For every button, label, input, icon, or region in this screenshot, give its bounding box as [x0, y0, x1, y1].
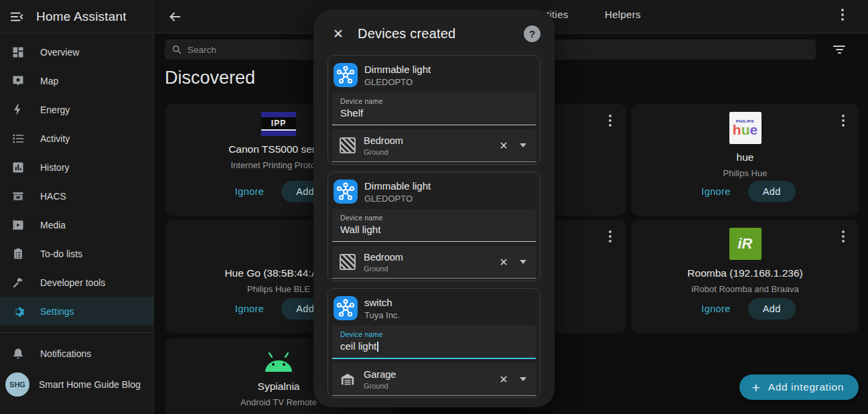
sidebar-item-label: Notifications	[40, 348, 91, 359]
card-menu-icon[interactable]	[837, 229, 850, 244]
ignore-button[interactable]: Ignore	[228, 299, 271, 318]
card-subtitle: iRobot Roomba and Braava	[691, 284, 798, 294]
sidebar-nav: Overview Map Energy Activity History HAC…	[0, 33, 153, 326]
card-menu-icon[interactable]	[603, 229, 617, 244]
sidebar-item-map[interactable]: Map	[0, 66, 153, 95]
clear-area-icon[interactable]: ✕	[496, 139, 512, 152]
help-icon[interactable]: ?	[524, 25, 540, 42]
add-integration-label: Add integration	[768, 381, 844, 393]
device-name-field[interactable]: Device name ceil light	[332, 326, 536, 359]
add-button[interactable]: Add	[748, 181, 796, 202]
philips-hue-logo: PHILIPS hue	[729, 112, 762, 144]
add-integration-button[interactable]: + Add integration	[739, 374, 859, 400]
menu-toggle-icon[interactable]	[9, 9, 24, 24]
sidebar-item-activity[interactable]: Activity	[0, 124, 153, 153]
sidebar-item-label: Settings	[40, 306, 74, 317]
section-title: Discovered	[165, 68, 255, 88]
area-floor: Ground	[364, 265, 403, 273]
hacs-store-icon	[11, 189, 25, 204]
field-value: Wall light	[340, 224, 528, 235]
chevron-down-icon[interactable]	[520, 143, 526, 147]
clear-area-icon[interactable]: ✕	[496, 256, 512, 269]
sidebar-item-label: Activity	[40, 133, 70, 144]
play-box-icon	[11, 218, 25, 232]
sidebar-divider	[0, 332, 153, 333]
zigbee-device-icon	[334, 63, 358, 87]
area-name: Garage	[364, 369, 396, 380]
device-entries: Dimmable light GLEDOPTO Device name Shel…	[328, 55, 540, 398]
device-name: Dimmable light	[364, 180, 431, 192]
ignore-button[interactable]: Ignore	[695, 182, 737, 201]
sidebar-item-label: History	[40, 162, 70, 173]
search-icon	[171, 44, 182, 55]
area-placeholder-icon	[339, 137, 356, 154]
android-logo	[261, 352, 296, 373]
zigbee-device-icon	[334, 296, 358, 320]
sidebar-item-label: HACS	[40, 191, 66, 202]
clear-area-icon[interactable]: ✕	[496, 373, 512, 386]
sidebar-item-hacs[interactable]: HACS	[0, 182, 153, 210]
card-subtitle: Internet Printing Protocol	[230, 160, 326, 170]
map-marker-icon	[11, 74, 25, 88]
device-entry-header: switch Tuya Inc.	[332, 293, 536, 326]
ignore-button[interactable]: Ignore	[228, 182, 271, 201]
sidebar-item-todo-lists[interactable]: To-do lists	[0, 239, 153, 268]
chevron-down-icon[interactable]	[520, 377, 526, 381]
sidebar-item-overview[interactable]: Overview	[0, 38, 153, 66]
plus-icon: +	[751, 381, 760, 395]
filter-icon[interactable]	[830, 42, 848, 57]
chevron-down-icon[interactable]	[520, 260, 526, 264]
area-select[interactable]: Garage Ground ✕	[332, 363, 536, 396]
sidebar-item-settings[interactable]: Settings	[0, 297, 153, 326]
ignore-button[interactable]: Ignore	[695, 299, 737, 318]
back-arrow-icon[interactable]	[165, 7, 184, 26]
device-name-field[interactable]: Device name Shelf	[332, 92, 536, 125]
field-label: Device name	[340, 330, 528, 338]
home-assistant-window: Home Assistant Overview Map Energy Activ…	[0, 0, 868, 414]
device-name-field[interactable]: Device name Wall light	[332, 209, 536, 242]
device-manufacturer: GLEDOPTO	[364, 194, 431, 204]
device-entry-header: Dimmable light GLEDOPTO	[332, 177, 536, 209]
device-entry: switch Tuya Inc. Device name ceil light …	[328, 288, 540, 398]
card-menu-icon[interactable]	[837, 113, 850, 128]
area-name: Bedroom	[364, 135, 403, 146]
format-list-icon	[11, 131, 25, 146]
text-cursor	[377, 342, 378, 352]
sidebar-item-history[interactable]: History	[0, 153, 153, 182]
field-label: Device name	[340, 97, 528, 105]
device-manufacturer: Tuya Inc.	[364, 310, 400, 320]
area-select[interactable]: Bedroom Ground ✕	[332, 246, 536, 279]
gear-icon	[11, 304, 25, 319]
zigbee-device-icon	[334, 180, 358, 204]
area-placeholder-icon	[339, 253, 356, 271]
sidebar-profile[interactable]: SHG Smart Home Guide Blog	[0, 369, 153, 400]
device-entry-header: Dimmable light GLEDOPTO	[332, 60, 536, 92]
sidebar-item-energy[interactable]: Energy	[0, 95, 153, 124]
area-floor: Ground	[364, 148, 403, 156]
area-select[interactable]: Bedroom Ground ✕	[332, 129, 536, 162]
clipboard-list-icon	[11, 247, 25, 261]
card-title: Roomba (192.168.1.236)	[687, 267, 802, 279]
sidebar: Home Assistant Overview Map Energy Activ…	[0, 0, 154, 414]
sidebar-header: Home Assistant	[0, 0, 153, 33]
view-dashboard-icon	[11, 45, 25, 60]
tab-helpers[interactable]: Helpers	[605, 9, 641, 20]
card-title: hue	[737, 151, 754, 163]
sidebar-item-media[interactable]: Media	[0, 210, 153, 239]
add-button[interactable]: Add	[748, 298, 796, 320]
sidebar-item-label: Overview	[40, 47, 79, 58]
close-icon[interactable]: ✕	[329, 24, 348, 43]
sidebar-item-notifications[interactable]: Notifications	[0, 338, 153, 369]
sidebar-item-developer-tools[interactable]: Developer tools	[0, 268, 153, 297]
overflow-menu-icon[interactable]	[836, 7, 849, 22]
dialog-header: ✕ Devices created ?	[328, 21, 540, 46]
field-label: Device name	[340, 214, 528, 222]
app-title: Home Assistant	[36, 9, 127, 24]
device-entry: Dimmable light GLEDOPTO Device name Wall…	[328, 171, 540, 281]
field-value: Shelf	[340, 107, 528, 119]
card-menu-icon[interactable]	[603, 113, 617, 128]
dialog-title: Devices created	[358, 26, 455, 42]
sidebar-item-label: Map	[40, 76, 58, 86]
discovered-card-roomba: iR Roomba (192.168.1.236) iRobot Roomba …	[631, 220, 859, 333]
card-subtitle: Philips Hue	[723, 168, 768, 178]
